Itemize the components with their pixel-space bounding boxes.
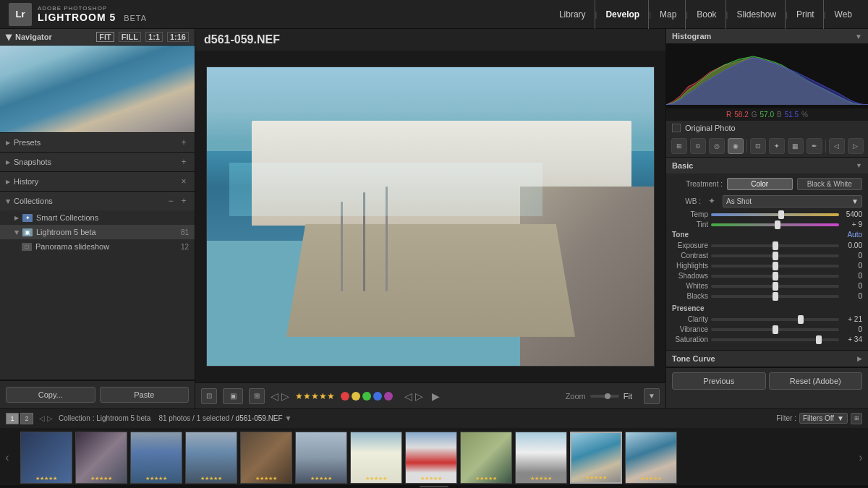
filmstrip-scroll-left[interactable]: ‹ [0, 428, 14, 488]
vibrance-slider[interactable] [711, 328, 839, 331]
nav-1-16-btn[interactable]: 1:16 [167, 32, 189, 42]
reset-button[interactable]: Reset (Adobe) [769, 372, 863, 390]
bw-treatment-btn[interactable]: Black & White [797, 178, 863, 190]
tone-curve-header[interactable]: Tone Curve ▶ [666, 351, 868, 367]
star-rating[interactable]: ★★★★★ [295, 391, 335, 401]
film-thumb-9[interactable]: ★★★★★ [460, 432, 512, 484]
filmstrip-nav-prev[interactable]: ◁ [39, 414, 45, 422]
original-photo-checkbox[interactable] [672, 124, 681, 132]
presets-add-btn[interactable]: + [179, 137, 189, 147]
filmstrip-resize-handle[interactable] [0, 485, 868, 488]
saturation-handle[interactable] [816, 335, 822, 344]
crop-tool-btn[interactable]: ⊡ [201, 388, 217, 404]
loupe-tool-btn[interactable]: ⊙ [690, 138, 706, 154]
color-label-purple[interactable] [384, 392, 393, 401]
film-thumb-3[interactable]: ★★★★★ [130, 432, 182, 484]
film-thumb-8[interactable]: ★★★★★ [405, 432, 457, 484]
next-image-btn[interactable]: ▷ [281, 390, 289, 402]
film-thumb-5[interactable]: ★★★★★ [240, 432, 292, 484]
wb-select[interactable]: As Shot ▼ [723, 195, 862, 207]
nav-web[interactable]: Web [826, 0, 861, 29]
collection-item-lr5[interactable]: ▶ ▣ Lightroom 5 beta 81 [0, 225, 195, 239]
nav-book[interactable]: Book [688, 0, 726, 29]
view-toggle-btn[interactable]: ⊞ [249, 388, 265, 404]
history-close-btn[interactable]: × [179, 176, 189, 187]
nav-map[interactable]: Map [651, 0, 686, 29]
filter-select[interactable]: Filters Off ▼ [799, 413, 848, 424]
presets-header[interactable]: ▶ Presets + [0, 133, 195, 152]
nav-slideshow[interactable]: Slideshow [728, 0, 786, 29]
contrast-handle[interactable] [773, 252, 778, 260]
brush-btn[interactable]: ✒ [807, 138, 822, 154]
collection-item-panorama[interactable]: □ Panorama slideshow 12 [0, 239, 195, 254]
color-label-blue[interactable] [373, 392, 382, 401]
histogram-expand-icon[interactable]: ▼ [855, 33, 862, 40]
gradient-btn[interactable]: ▦ [788, 138, 804, 154]
contrast-slider[interactable] [711, 254, 839, 257]
saturation-slider[interactable] [711, 338, 839, 341]
color-label-yellow[interactable] [352, 392, 360, 401]
previous-button[interactable]: Previous [672, 372, 766, 390]
filmstrip-prev-btn[interactable]: ◁ [404, 390, 412, 402]
film-thumb-1[interactable]: ★★★★★ [20, 432, 72, 484]
clarity-handle[interactable] [798, 315, 804, 324]
zoom-dropdown-btn[interactable]: ▼ [644, 388, 660, 404]
zoom-slider[interactable] [590, 395, 619, 398]
color-treatment-btn[interactable]: Color [727, 178, 793, 190]
shadows-slider[interactable] [711, 275, 839, 278]
collection-item-smart[interactable]: ▶ ✦ Smart Collections [0, 210, 195, 225]
color-label-red[interactable] [341, 392, 349, 401]
basic-section-header[interactable]: Basic ▼ [666, 158, 868, 174]
vibrance-handle[interactable] [773, 325, 778, 334]
filmstrip-nav-next[interactable]: ▷ [47, 414, 53, 422]
view-mode-btn[interactable]: ▣ [223, 388, 243, 404]
collections-minus-btn[interactable]: − [166, 196, 176, 206]
nav-library[interactable]: Library [550, 0, 595, 29]
page-2-btn[interactable]: 2 [20, 413, 33, 424]
prev-image-btn[interactable]: ◁ [271, 390, 278, 402]
whites-slider[interactable] [711, 285, 839, 288]
red-eye-btn[interactable]: ◎ [709, 138, 725, 154]
crop-btn[interactable]: ⊡ [750, 138, 766, 154]
film-thumb-2[interactable]: ★★★★★ [75, 432, 127, 484]
whites-handle[interactable] [773, 282, 778, 291]
snapshots-add-btn[interactable]: + [179, 157, 189, 167]
history-header[interactable]: ▶ History × [0, 172, 195, 191]
heal-btn[interactable]: ✦ [769, 138, 785, 154]
color-label-green[interactable] [362, 392, 371, 401]
nav-print[interactable]: Print [788, 0, 824, 29]
snapshots-header[interactable]: ▶ Snapshots + [0, 153, 195, 171]
filmstrip-next-btn[interactable]: ▷ [415, 390, 423, 402]
wb-eyedropper-btn[interactable]: ✦ [705, 194, 718, 207]
exposure-slider[interactable] [711, 244, 839, 247]
nav-1-1-btn[interactable]: 1:1 [145, 32, 163, 42]
tint-slider[interactable] [711, 223, 839, 226]
film-thumb-7[interactable]: ★★★★★ [350, 432, 402, 484]
tone-auto-btn[interactable]: Auto [847, 231, 862, 239]
film-thumb-10[interactable]: ★★★★★ [515, 432, 567, 484]
film-thumb-6[interactable]: ★★★★★ [295, 432, 347, 484]
highlights-handle[interactable] [773, 262, 778, 270]
film-thumb-4[interactable]: ★★★★★ [185, 432, 237, 484]
blacks-handle[interactable] [773, 292, 778, 301]
page-1-btn[interactable]: 1 [6, 413, 19, 424]
filter-expand-btn[interactable]: ⊞ [851, 413, 862, 424]
blacks-slider[interactable] [711, 295, 839, 298]
temp-slider[interactable] [711, 213, 839, 216]
collections-add-btn[interactable]: + [179, 196, 189, 206]
paste-button[interactable]: Paste [100, 387, 190, 403]
zoom-handle[interactable] [605, 393, 610, 399]
film-thumb-12[interactable]: ★★★★★ [625, 432, 677, 484]
next-preset-btn[interactable]: ▷ [848, 138, 864, 154]
filename-dropdown[interactable]: ▼ [284, 414, 292, 422]
temp-handle[interactable] [778, 210, 784, 219]
clarity-slider[interactable] [711, 318, 839, 321]
exposure-handle[interactable] [773, 241, 778, 250]
play-slideshow-btn[interactable]: ▶ [432, 390, 440, 402]
highlights-slider[interactable] [711, 265, 839, 267]
collections-header[interactable]: ▶ Collections − + [0, 192, 195, 210]
filmstrip-scroll-right[interactable]: › [854, 428, 868, 488]
develop-btn[interactable]: ◉ [728, 138, 744, 154]
film-thumb-11[interactable]: ★★★★★ [570, 432, 622, 484]
navigator-header[interactable]: ▶ Navigator FIT FILL 1:1 1:16 [0, 29, 195, 46]
